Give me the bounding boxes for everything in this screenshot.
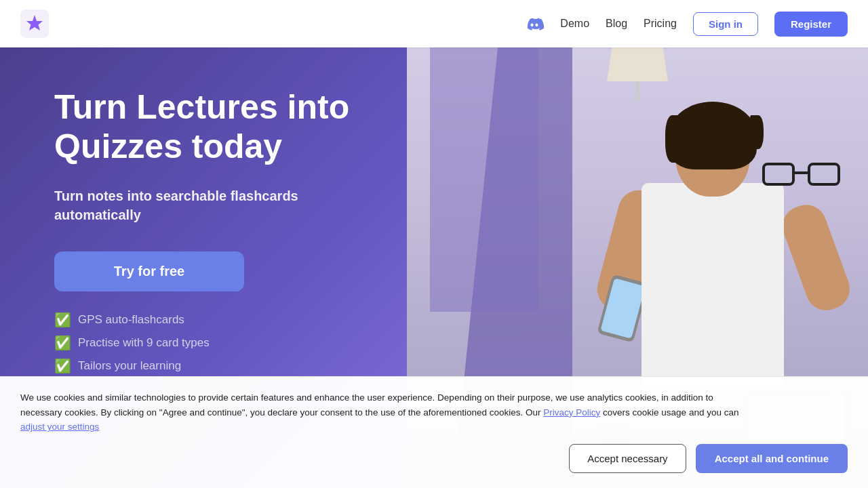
adjust-settings-link[interactable]: adjust your settings — [20, 422, 99, 432]
check-icon-1: ✅ — [54, 312, 71, 328]
person-arm-right — [777, 199, 856, 317]
lamp-shade — [607, 47, 668, 81]
nav-links: Demo Blog Pricing Sign in Register — [525, 12, 848, 37]
glass-bridge — [795, 171, 808, 174]
feature-item-3: ✅ Tailors your learning — [54, 358, 373, 374]
glass-right — [808, 163, 840, 186]
feature-item-1: ✅ GPS auto-flashcards — [54, 312, 373, 328]
feature-label-2: Practise with 9 card types — [78, 336, 210, 350]
signin-button[interactable]: Sign in — [693, 12, 758, 36]
nav-pricing-link[interactable]: Pricing — [644, 18, 677, 30]
try-free-button[interactable]: Try for free — [54, 251, 244, 291]
hero-subtitle: Turn notes into searchable flashcards au… — [54, 186, 373, 224]
cookie-body-text: We use cookies and similar technologies … — [20, 390, 739, 434]
check-icon-2: ✅ — [54, 335, 71, 351]
cookie-banner: We use cookies and similar technologies … — [0, 376, 868, 488]
feature-label-3: Tailors your learning — [78, 359, 181, 373]
glass-left — [762, 163, 795, 186]
logo-icon — [20, 9, 49, 38]
hero-title: Turn Lectures into Quizzes today — [54, 88, 373, 166]
nav-demo-link[interactable]: Demo — [560, 18, 589, 30]
cookie-settings-text: covers cookie usage and you can — [600, 407, 738, 418]
nav-blog-link[interactable]: Blog — [606, 18, 627, 30]
check-icon-3: ✅ — [54, 358, 71, 374]
accept-necessary-button[interactable]: Accept necessary — [569, 444, 686, 473]
person-glasses — [762, 163, 840, 188]
feature-label-1: GPS auto-flashcards — [78, 313, 184, 327]
accept-all-button[interactable]: Accept all and continue — [696, 444, 848, 473]
arch-decoration-2 — [430, 47, 538, 312]
feature-item-2: ✅ Practise with 9 card types — [54, 335, 373, 351]
nav-logo-area — [20, 9, 49, 38]
privacy-policy-link[interactable]: Privacy Policy — [543, 407, 600, 418]
person-hair-top — [669, 102, 757, 169]
discord-icon[interactable] — [525, 14, 544, 33]
cookie-actions: Accept necessary Accept all and continue — [20, 444, 848, 473]
feature-list: ✅ GPS auto-flashcards ✅ Practise with 9 … — [54, 312, 373, 374]
register-button[interactable]: Register — [774, 12, 848, 37]
navbar: Demo Blog Pricing Sign in Register — [0, 0, 868, 47]
person-body — [642, 183, 784, 386]
